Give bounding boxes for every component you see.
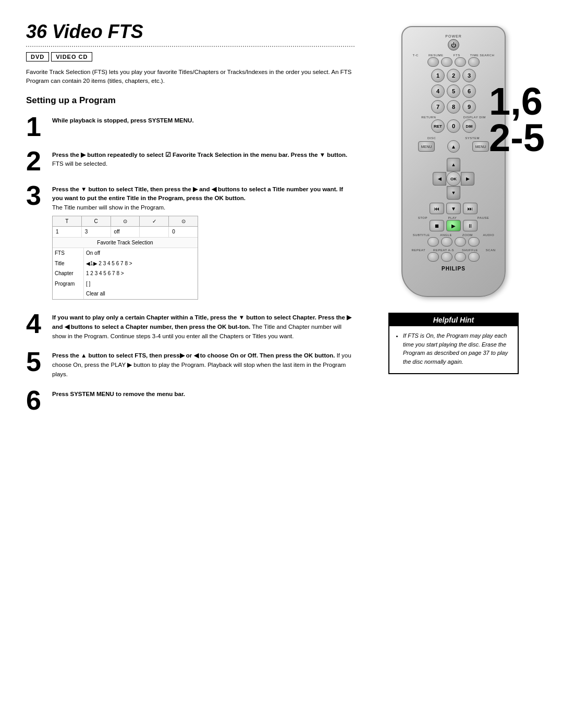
top-label-row: T-C RESUME FTS TIME SEARCH [408, 54, 499, 57]
fts-row-title-label: Title [53, 258, 84, 269]
fts-th-icon1: ⊙ [111, 216, 140, 227]
helpful-hint-content: If FTS is On, the Program may play each … [389, 326, 518, 373]
fts-row-chapter-label: Chapter [53, 268, 84, 279]
btn-angle[interactable] [441, 237, 452, 246]
label-tc: T-C [413, 54, 419, 57]
label-timesearch: TIME SEARCH [470, 54, 495, 57]
label-zoom: ZOOM [462, 233, 473, 237]
bottom-label-row1: SUBTITLE ANGLE ZOOM AUDIO [408, 233, 499, 237]
btn-9[interactable]: 9 [462, 100, 476, 114]
step-2-normal: FTS will be selected. [52, 161, 107, 167]
btn-1[interactable]: 1 [431, 69, 445, 82]
btn-stop[interactable]: ⏹ [430, 220, 444, 231]
btn-up-arrow[interactable]: ▲ [447, 140, 460, 153]
btn-timesearch[interactable] [468, 57, 480, 67]
step-3-normal: The Title number will show in the Progra… [52, 204, 165, 211]
nav-right[interactable]: ▶ [461, 172, 474, 186]
page-layout: 36 Video FTS DVD VIDEO CD Favorite Track… [26, 21, 537, 421]
step-overlay-16: 1,6 [489, 83, 545, 120]
left-column: 36 Video FTS DVD VIDEO CD Favorite Track… [26, 21, 370, 421]
btn-8[interactable]: 8 [447, 100, 460, 114]
num-row-3: 7 8 9 [408, 100, 499, 114]
fts-row-program: Program [ ] [53, 279, 198, 289]
fts-header-values: 1 3 off 0 [53, 227, 198, 238]
btn-fts[interactable] [455, 57, 466, 67]
nav-cross: ▲ ◀ OK ▶ ▼ [433, 158, 474, 200]
step-1-bold: While playback is stopped, press SYSTEM … [52, 117, 194, 124]
step-6-bold: Press SYSTEM MENU to remove the menu bar… [52, 391, 185, 397]
nav-ok[interactable]: OK [446, 171, 461, 186]
transport-label-row: STOP PLAY PAUSE [408, 216, 499, 219]
btn-6[interactable]: 6 [462, 84, 476, 98]
fts-row-fts-value: On off [84, 248, 198, 258]
fts-th-c: C [82, 216, 111, 227]
badge-videocd: VIDEO CD [51, 52, 92, 61]
label-disc: DISC [427, 137, 436, 140]
fts-row-chapter: Chapter 1 2 3 4 5 6 7 8 > [53, 268, 198, 279]
btn-play[interactable]: ▶ [446, 220, 461, 231]
divider [26, 46, 354, 47]
step-2-bold: Press the ▶ button repeatedly to select … [52, 152, 347, 158]
bottom-label-row2: REPEAT REPEAT A-S SHUFFLE SCAN [408, 249, 499, 252]
step-6-content: Press SYSTEM MENU to remove the menu bar… [52, 387, 354, 399]
btn-subtitle[interactable] [427, 237, 439, 246]
label-repeat-as: REPEAT A-S [433, 249, 454, 252]
num-row-2: 4 5 6 [408, 84, 499, 98]
btn-sys-menu[interactable]: MENU [472, 141, 489, 152]
top-function-row [408, 57, 499, 67]
btn-resume[interactable] [441, 57, 452, 67]
mid-label-row: RETURN DISPLAY DIM [408, 116, 499, 119]
btn-4[interactable]: 4 [431, 84, 445, 98]
nav-up[interactable]: ▲ [447, 158, 460, 171]
btn-disc-menu[interactable]: MENU [418, 141, 435, 152]
helpful-hint-item-1: If FTS is On, the Program may play each … [403, 331, 511, 366]
btn-7[interactable]: 7 [431, 100, 445, 114]
btn-pause[interactable]: ⏸ [463, 220, 478, 231]
bottom-row2 [408, 252, 499, 262]
brand-label: PHILIPS [442, 266, 466, 272]
btn-tc[interactable] [427, 57, 439, 67]
step-3-bold: Press the ▼ button to select Title, then… [52, 186, 343, 202]
btn-0[interactable]: 0 [447, 119, 460, 133]
helpful-hint-list: If FTS is On, the Program may play each … [396, 331, 511, 366]
step-5-content: Press the ▲ button to select FTS, then p… [52, 348, 354, 379]
step-4: 4 If you want to play only a certain Cha… [26, 310, 354, 341]
badge-dvd: DVD [26, 52, 49, 61]
fts-table: T C ⊙ ✓ ⊙ 1 3 off 0 Favorite Track Selec… [52, 216, 198, 300]
label-display-dim: DISPLAY DIM [463, 116, 486, 119]
page-title: 36 Video FTS [26, 21, 354, 43]
nav-down[interactable]: ▼ [447, 186, 460, 200]
btn-display[interactable]: DIM [462, 119, 476, 133]
num-row-1: 1 2 3 [408, 69, 499, 82]
btn-audio[interactable] [468, 237, 480, 246]
label-system: SYSTEM [465, 137, 480, 140]
fts-row-program-label: Program [53, 279, 84, 289]
btn-5[interactable]: 5 [447, 84, 460, 98]
btn-down-arrow[interactable]: ▼ [446, 203, 461, 214]
power-button[interactable]: ⏻ [448, 39, 459, 51]
btn-prev[interactable]: ⏮ [430, 203, 444, 214]
btn-repeat[interactable] [427, 252, 439, 262]
btn-shuffle[interactable] [455, 252, 466, 262]
nav-left[interactable]: ◀ [433, 172, 446, 186]
disc-sys-label-row: DISC SYSTEM [408, 137, 499, 140]
fts-label: Favorite Track Selection [53, 238, 198, 249]
btn-zoom[interactable] [455, 237, 466, 246]
label-play: PLAY [448, 216, 457, 219]
fts-row-fts-label: FTS [53, 248, 84, 258]
fts-row-clearall: Clear all [53, 289, 198, 299]
fts-row-clearall-value: Clear all [84, 289, 198, 299]
btn-3[interactable]: 3 [462, 69, 476, 82]
step-overlay-25: 2-5 [489, 120, 545, 156]
btn-next[interactable]: ⏭ [463, 203, 478, 214]
btn-2[interactable]: 2 [447, 69, 460, 82]
bottom-row1 [408, 237, 499, 246]
btn-return[interactable]: RET [431, 119, 445, 133]
step-5-bold: Press the ▲ button to select FTS, then p… [52, 352, 335, 359]
btn-scan[interactable] [468, 252, 480, 262]
section-heading: Setting up a Program [26, 95, 354, 106]
fts-row-chapter-value: 1 2 3 4 5 6 7 8 > [84, 268, 198, 279]
fts-th-t: T [53, 216, 82, 227]
btn-repeat-as[interactable] [441, 252, 452, 262]
step-4-number: 4 [26, 310, 47, 337]
